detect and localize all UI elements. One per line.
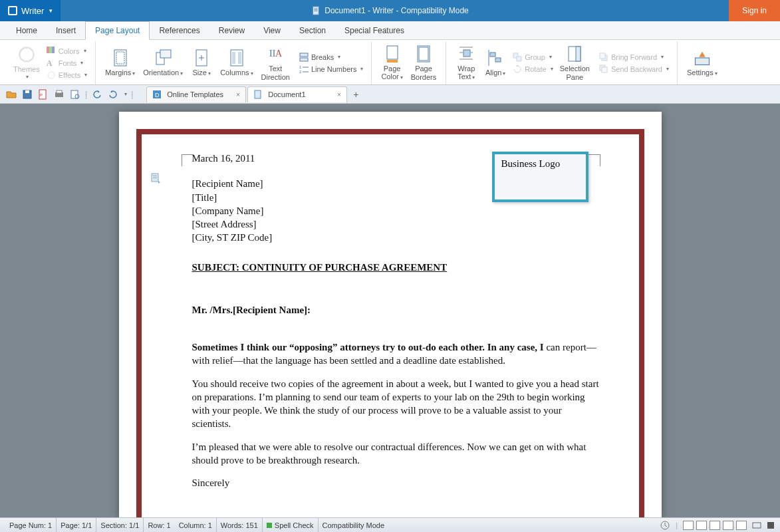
ribbon: Themes▾ Colors▾ AFonts▾ Effects▾ Margins…: [0, 40, 780, 85]
align-button[interactable]: Align▾: [481, 47, 510, 78]
group-icon: [513, 53, 522, 62]
document-tabs: D Online Templates × Document1 × +: [146, 86, 363, 102]
workspace[interactable]: Business Logo March 16, 2011 [Recipient …: [0, 104, 780, 517]
status-page[interactable]: Page: 1/1: [57, 518, 96, 532]
orientation-button[interactable]: Orientation▾: [139, 47, 187, 78]
colors-button[interactable]: Colors▾: [44, 46, 90, 57]
status-compat[interactable]: Compatibility Mode: [319, 518, 389, 532]
close-tab-icon[interactable]: ×: [337, 90, 341, 98]
qat-more[interactable]: ▾: [124, 91, 127, 97]
tab-home[interactable]: Home: [7, 21, 47, 39]
status-row[interactable]: Row: 1: [144, 518, 174, 532]
print-icon: [54, 89, 65, 100]
send-backward-button[interactable]: Send Backward▾: [596, 64, 672, 74]
zoom-fit-icon[interactable]: [767, 521, 775, 529]
open-button[interactable]: [5, 88, 17, 100]
paragraph-mark-icon[interactable]: [151, 173, 160, 184]
print-preview-button[interactable]: [69, 88, 81, 100]
print-button[interactable]: [53, 88, 65, 100]
pdf-button[interactable]: P: [37, 88, 49, 100]
svg-point-5: [48, 72, 55, 78]
new-tab-button[interactable]: +: [348, 87, 363, 102]
size-button[interactable]: Size▾: [187, 47, 216, 78]
bring-forward-button[interactable]: Bring Forward▾: [596, 52, 672, 63]
svg-rect-39: [600, 53, 605, 59]
svg-rect-22: [387, 46, 398, 59]
svg-rect-44: [25, 90, 29, 93]
view-web-layout[interactable]: [710, 521, 720, 530]
tab-references[interactable]: References: [150, 21, 209, 39]
tab-view[interactable]: View: [254, 21, 290, 39]
app-menu-button[interactable]: Writer ▾: [0, 0, 61, 21]
line-numbers-button[interactable]: 12Line Numbers▾: [297, 64, 366, 74]
document-body[interactable]: March 16, 2011 [Recipient Name] [Title] …: [192, 152, 602, 489]
open-icon: [6, 89, 17, 100]
document-icon: [311, 6, 321, 15]
quick-access-bar: P | ▾ | D Online Templates × Document1 ×…: [0, 85, 780, 104]
themes-button[interactable]: Themes▾: [9, 44, 44, 82]
svg-rect-35: [517, 57, 521, 61]
ribbon-group-themes: Themes▾ Colors▾ AFonts▾ Effects▾: [4, 41, 96, 84]
svg-rect-2: [314, 9, 317, 10]
paragraph-4: Sincerely: [192, 476, 602, 489]
svg-rect-17: [300, 58, 308, 61]
svg-text:A: A: [275, 49, 283, 59]
line-numbers-icon: 12: [299, 65, 309, 74]
columns-icon: [227, 49, 246, 67]
tab-section[interactable]: Section: [290, 21, 335, 39]
page: Business Logo March 16, 2011 [Recipient …: [119, 112, 662, 517]
fonts-icon: A: [47, 59, 56, 68]
history-icon[interactable]: [660, 520, 670, 531]
svg-text:2: 2: [299, 70, 302, 74]
spellcheck-indicator-icon: [267, 523, 272, 528]
svg-rect-3: [314, 11, 317, 11]
margins-button[interactable]: Margins▾: [101, 47, 139, 78]
recipient-name: [Recipient Name]: [192, 177, 602, 190]
columns-button[interactable]: Columns▾: [216, 47, 257, 78]
breaks-button[interactable]: Breaks▾: [297, 52, 366, 63]
svg-text:D: D: [155, 92, 160, 98]
page-borders-button[interactable]: Page Borders: [407, 43, 441, 82]
close-tab-icon[interactable]: ×: [236, 90, 240, 98]
view-full-screen[interactable]: [696, 521, 707, 530]
paragraph-3: I’m pleased that we were able to resolve…: [192, 440, 602, 467]
view-print-layout[interactable]: [683, 521, 694, 530]
view-reading[interactable]: [736, 521, 747, 530]
undo-button[interactable]: [91, 88, 103, 100]
status-pagenum[interactable]: Page Num: 1: [5, 518, 57, 532]
doc-tab-document1[interactable]: Document1 ×: [247, 86, 347, 102]
tab-review[interactable]: Review: [209, 21, 254, 39]
settings-button[interactable]: Settings▾: [683, 47, 721, 78]
group-button[interactable]: Group▾: [510, 52, 555, 63]
svg-rect-31: [490, 53, 495, 57]
svg-rect-53: [255, 90, 261, 98]
redo-button[interactable]: [107, 88, 119, 100]
text-direction-button[interactable]: IIAText Direction: [257, 43, 294, 82]
menu-bar: Home Insert Page Layout References Revie…: [0, 21, 780, 40]
app-logo-icon: [8, 6, 17, 15]
selection-pane-button[interactable]: Selection Pane: [556, 43, 594, 82]
status-words[interactable]: Words: 151: [217, 518, 263, 532]
send-backward-icon: [599, 65, 608, 74]
rotate-button[interactable]: Rotate▾: [510, 64, 555, 74]
page-color-button[interactable]: Page Color▾: [377, 43, 406, 82]
tab-special-features[interactable]: Special Features: [335, 21, 414, 39]
tab-page-layout[interactable]: Page Layout: [85, 21, 150, 40]
effects-button[interactable]: Effects▾: [44, 70, 90, 80]
status-spellcheck[interactable]: Spell Check: [263, 518, 319, 532]
svg-rect-37: [576, 47, 581, 61]
doc-tab-templates[interactable]: D Online Templates ×: [146, 86, 246, 102]
recipient-company: [Company Name]: [192, 204, 602, 217]
wrap-text-button[interactable]: Wrap Text▾: [452, 43, 481, 82]
view-outline[interactable]: [723, 521, 733, 530]
save-button[interactable]: [21, 88, 33, 100]
ribbon-group-settings: Settings▾: [678, 41, 727, 84]
status-section[interactable]: Section: 1/1: [96, 518, 144, 532]
undo-icon: [92, 89, 102, 100]
templates-icon: D: [152, 90, 162, 99]
fit-width-icon[interactable]: [752, 521, 761, 530]
signin-button[interactable]: Sign in: [729, 0, 780, 21]
status-column[interactable]: Column: 1: [175, 518, 217, 532]
tab-insert[interactable]: Insert: [47, 21, 85, 39]
fonts-button[interactable]: AFonts▾: [44, 58, 90, 68]
